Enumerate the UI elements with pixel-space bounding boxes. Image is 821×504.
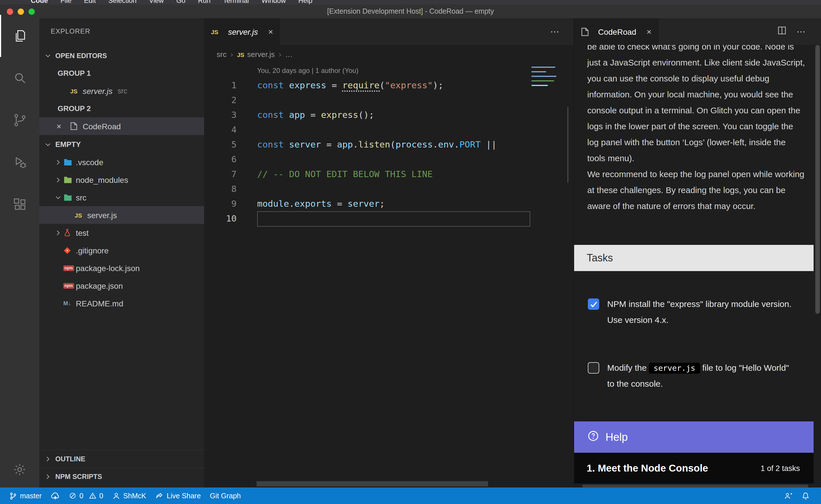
close-tab-icon[interactable]: × [647,27,652,36]
tree-item-src[interactable]: src [39,189,204,206]
menu-item-go[interactable]: Go [176,0,185,5]
lesson-footer[interactable]: 1. Meet the Node Console 1 of 2 tasks [574,453,814,483]
warning-count: 0 [99,492,103,500]
menu-item-run[interactable]: Run [198,0,211,5]
editor-label: server.js [83,86,113,95]
minimap-line [531,76,556,77]
menu-item-view[interactable]: View [149,0,164,5]
code-line-8[interactable]: 8 [204,182,573,196]
menu-item-edit[interactable]: Edit [84,0,96,5]
status-invite[interactable] [779,487,797,504]
code-line-3[interactable]: 3const app = express(); [204,108,573,122]
tasks-section-header: Tasks [574,245,814,271]
status-account[interactable]: ShMcK [108,487,151,504]
open-editor-coderoad[interactable]: ×CodeRoad [39,117,204,135]
chevron-right-icon[interactable] [53,177,63,183]
editor-group: JS server.js × ⋯ src›JSserver.js›… You, … [204,18,573,487]
section-npm-scripts[interactable]: NPM SCRIPTS [39,468,204,485]
close-tab-icon[interactable]: × [268,27,273,36]
bell-icon [802,492,810,500]
codelens-annotation[interactable]: You, 20 days ago | 1 author (You) [204,67,573,78]
status-bar: master00ShMcKLive ShareGit Graph [0,487,821,504]
code-token: // -- DO NOT EDIT BELOW THIS LINE [257,169,433,179]
tree-item-test[interactable]: test [39,224,204,241]
task-checkbox-unchecked[interactable] [588,362,599,374]
menu-item-file[interactable]: File [60,0,71,5]
code-line-content: const express = require("express"); [237,78,443,93]
status-git-graph[interactable]: Git Graph [205,487,245,504]
editor-tab-actions: ⋯ [550,18,560,45]
title-bar[interactable]: [Extension Development Host] - CodeRoad … [0,5,821,18]
code-token: server [348,199,379,209]
tab-server-js[interactable]: JS server.js × [204,18,280,45]
close-editor-icon[interactable]: × [56,121,70,131]
status-publish[interactable] [46,487,64,504]
breadcrumb-item-server-js[interactable]: JSserver.js [237,50,275,58]
open-editor-server-js[interactable]: JSserver.jssrc [39,82,204,100]
chevron-right-icon[interactable] [53,230,63,235]
run-and-debug-icon[interactable] [0,141,39,183]
extensions-icon[interactable] [0,183,39,226]
file-icon [70,122,83,130]
code-line-10[interactable]: 10 [204,211,573,226]
search-icon[interactable] [0,57,39,99]
explorer-icon[interactable] [0,15,39,57]
breadcrumb: src›JSserver.js›… [204,45,573,63]
code-token [284,140,289,150]
menu-item-selection[interactable]: Selection [108,0,136,5]
menu-item-terminal[interactable]: Terminal [223,0,249,5]
tab-label: server.js [228,27,258,36]
status-bell[interactable] [797,487,814,504]
breadcrumb-item-src[interactable]: src [217,50,227,58]
menu-item-code[interactable]: Code [31,0,48,5]
manage-gear-icon[interactable] [0,454,39,484]
more-actions-icon[interactable]: ⋯ [550,26,560,37]
code-line-7[interactable]: 7// -- DO NOT EDIT BELOW THIS LINE [204,167,573,182]
horizontal-scrollbar[interactable] [257,481,488,486]
code-line-9[interactable]: 9module.exports = server; [204,196,573,211]
menu-item-help[interactable]: Help [299,0,313,5]
code-line-6[interactable]: 6 [204,152,573,167]
tab-coderoad[interactable]: CodeRoad × [574,18,658,45]
code-token: = [305,110,321,120]
open-editors-section-header[interactable]: OPEN EDITORS [39,47,204,64]
split-editor-icon[interactable] [778,26,786,37]
menu-item-window[interactable]: Window [262,0,286,5]
code-line-4[interactable]: 4 [204,122,573,137]
code-editor[interactable]: You, 20 days ago | 1 author (You) 1const… [204,63,573,487]
webview-vertical-scrollbar[interactable] [815,45,820,314]
code-line-2[interactable]: 2 [204,93,573,108]
line-number: 7 [204,167,237,182]
section-label: OUTLINE [55,455,85,463]
folder-vscode-icon [63,158,76,166]
tree-item-package-json[interactable]: npmpackage.json [39,277,204,294]
warning-icon [89,492,96,499]
breadcrumb-item-[interactable]: … [285,50,293,58]
status-git-branch[interactable]: master [5,487,46,504]
webview-horizontal-scrollbar[interactable] [582,485,808,487]
more-actions-icon[interactable]: ⋯ [797,26,806,37]
chevron-down-icon[interactable] [53,194,63,200]
section-outline[interactable]: OUTLINE [39,450,204,468]
file-name: package.json [76,281,123,290]
tree-item-server-js[interactable]: JSserver.js [39,206,204,224]
task-checkbox-checked[interactable] [588,298,599,310]
status-live-share[interactable]: Live Share [151,487,206,504]
minimap[interactable] [531,67,557,89]
tree-item-vscode[interactable]: .vscode [39,153,204,171]
tree-item-gitignore[interactable]: .gitignore [39,241,204,259]
code-line-5[interactable]: 5const server = app.listen(process.env.P… [204,137,573,152]
inline-code-chip: server.js [649,363,700,374]
status-problems[interactable]: 00 [64,487,108,504]
vscode-window: CodeFileEditSelectionViewGoRunTerminalWi… [0,0,821,504]
code-token: env [438,140,454,150]
chevron-right-icon[interactable] [53,159,63,165]
tree-item-node-modules[interactable]: node_modules [39,171,204,189]
task-description: NPM install the "express" library module… [607,296,797,328]
help-accordion[interactable]: Help [574,421,814,453]
source-control-icon[interactable] [0,99,39,141]
tree-item-readme-md[interactable]: M↓README.md [39,294,204,312]
code-line-1[interactable]: 1const express = require("express"); [204,78,573,93]
tree-item-package-lock-json[interactable]: npmpackage-lock.json [39,259,204,277]
workspace-section-header[interactable]: EMPTY [39,136,204,153]
